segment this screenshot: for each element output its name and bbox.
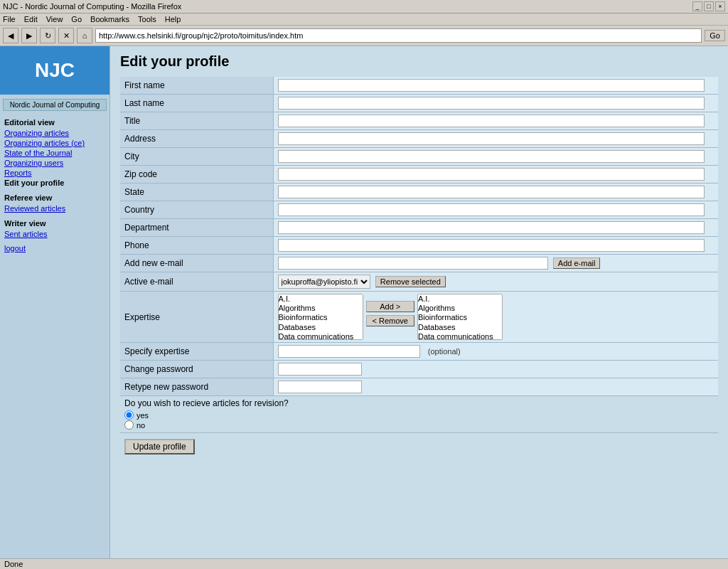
sidebar: NJC Nordic Journal of Computing Editoria… <box>0 46 110 558</box>
label-expertise: Expertise <box>120 292 273 343</box>
input-cell-retype-password <box>273 378 718 396</box>
revision-cell: Do you wish to recieve articles for revi… <box>120 396 718 433</box>
specify-expertise-input[interactable] <box>278 345 420 358</box>
input-cell-title <box>273 112 718 130</box>
phone-input[interactable] <box>278 239 705 252</box>
row-expertise: Expertise A.I. Algorithms Bioinformatics… <box>120 292 718 343</box>
row-country: Country <box>120 201 718 219</box>
browser-toolbar: ◀ ▶ ↻ ✕ ⌂ Go <box>0 26 728 46</box>
address-input[interactable] <box>278 132 705 145</box>
input-cell-last-name <box>273 95 718 112</box>
minimize-btn[interactable]: _ <box>692 1 702 11</box>
menu-file[interactable]: File <box>3 15 16 23</box>
expertise-avail-alg: Algorithms <box>279 304 363 313</box>
menu-view[interactable]: View <box>46 15 63 23</box>
title-input[interactable] <box>278 115 705 127</box>
label-specify-expertise: Specify expertise <box>120 343 273 361</box>
sidebar-link-state-journal[interactable]: State of the Journal <box>0 148 109 158</box>
menu-bookmarks[interactable]: Bookmarks <box>90 15 129 23</box>
label-phone: Phone <box>120 237 273 255</box>
input-cell-change-password <box>273 361 718 378</box>
new-email-input[interactable] <box>278 257 548 270</box>
sidebar-link-edit-profile[interactable]: Edit your profile <box>0 178 109 188</box>
first-name-input[interactable] <box>278 79 705 92</box>
menu-go[interactable]: Go <box>71 15 82 23</box>
row-phone: Phone <box>120 237 718 255</box>
sidebar-logo: NJC <box>0 46 109 95</box>
radio-no[interactable] <box>124 420 134 430</box>
expertise-selected-list[interactable]: A.I. Algorithms Bioinformatics Databases… <box>417 294 503 340</box>
expertise-sel-ai: A.I. <box>418 294 502 304</box>
remove-expertise-button[interactable]: < Remove <box>366 315 414 326</box>
row-zip: Zip code <box>120 166 718 184</box>
sidebar-link-sent-articles[interactable]: Sent articles <box>0 229 109 239</box>
sidebar-link-reviewed-articles[interactable]: Reviewed articles <box>0 203 109 213</box>
row-revision: Do you wish to recieve articles for revi… <box>120 396 718 433</box>
row-change-password: Change password <box>120 361 718 378</box>
label-retype-password: Retype new password <box>120 378 273 396</box>
input-cell-state <box>273 184 718 201</box>
zip-input[interactable] <box>278 168 705 181</box>
input-cell-city <box>273 148 718 166</box>
profile-table: First name Last name Title <box>120 77 718 433</box>
input-cell-address <box>273 130 718 148</box>
label-title: Title <box>120 112 273 130</box>
input-cell-add-email: Add e-mail <box>273 255 718 272</box>
browser-titlebar: NJC - Nordic Journal of Computing - Mozi… <box>0 0 728 14</box>
retype-password-input[interactable] <box>278 381 362 393</box>
expertise-avail-ai: A.I. <box>279 294 363 304</box>
change-password-input[interactable] <box>278 363 362 376</box>
label-active-email: Active e-mail <box>120 272 273 292</box>
active-email-select[interactable]: jokuproffa@yliopisto.fi <box>278 275 370 289</box>
sidebar-link-organizing-articles[interactable]: Organizing articles <box>0 128 109 138</box>
expertise-sel-db: Databases <box>418 323 502 332</box>
menu-tools[interactable]: Tools <box>138 15 156 23</box>
row-retype-password: Retype new password <box>120 378 718 396</box>
row-address: Address <box>120 130 718 148</box>
radio-no-row: no <box>124 420 714 430</box>
stop-btn[interactable]: ✕ <box>58 28 74 43</box>
revision-question: Do you wish to recieve articles for revi… <box>124 398 714 408</box>
page-title: Edit your profile <box>120 53 718 70</box>
sidebar-link-logout[interactable]: logout <box>0 243 109 253</box>
close-btn[interactable]: × <box>715 1 725 11</box>
input-cell-first-name <box>273 77 718 95</box>
label-add-email: Add new e-mail <box>120 255 273 272</box>
country-input[interactable] <box>278 203 705 216</box>
row-specify-expertise: Specify expertise (optional) <box>120 343 718 361</box>
maximize-btn[interactable]: □ <box>704 1 714 11</box>
add-expertise-button[interactable]: Add > <box>366 301 414 312</box>
update-profile-button[interactable]: Update profile <box>124 439 195 454</box>
reload-btn[interactable]: ↻ <box>40 28 55 43</box>
expertise-sel-alg: Algorithms <box>418 304 502 313</box>
city-input[interactable] <box>278 150 705 163</box>
label-country: Country <box>120 201 273 219</box>
go-btn[interactable]: Go <box>705 30 725 41</box>
home-btn[interactable]: ⌂ <box>77 28 92 43</box>
label-address: Address <box>120 130 273 148</box>
label-change-password: Change password <box>120 361 273 378</box>
remove-selected-button[interactable]: Remove selected <box>375 276 446 287</box>
sidebar-link-organizing-users[interactable]: Organizing users <box>0 158 109 168</box>
forward-btn[interactable]: ▶ <box>21 28 37 43</box>
row-state: State <box>120 184 718 201</box>
add-email-button[interactable]: Add e-mail <box>553 257 601 269</box>
back-btn[interactable]: ◀ <box>3 28 18 43</box>
window-controls: _ □ × <box>692 1 725 11</box>
row-title: Title <box>120 112 718 130</box>
expertise-buttons: Add > < Remove <box>366 294 414 326</box>
menu-help[interactable]: Help <box>165 15 181 23</box>
state-input[interactable] <box>278 186 705 198</box>
last-name-input[interactable] <box>278 97 705 110</box>
department-input[interactable] <box>278 221 705 234</box>
expertise-sel-bio: Bioinformatics <box>418 313 502 322</box>
radio-yes-row: yes <box>124 410 714 420</box>
expertise-available-list[interactable]: A.I. Algorithms Bioinformatics Databases… <box>278 294 363 340</box>
sidebar-link-organizing-articles-ce[interactable]: Organizing articles (ce) <box>0 138 109 148</box>
address-bar[interactable] <box>95 28 702 43</box>
radio-yes[interactable] <box>124 410 134 420</box>
input-cell-department <box>273 219 718 237</box>
menu-edit[interactable]: Edit <box>24 15 38 23</box>
expertise-container: A.I. Algorithms Bioinformatics Databases… <box>278 294 714 340</box>
sidebar-link-reports[interactable]: Reports <box>0 168 109 178</box>
